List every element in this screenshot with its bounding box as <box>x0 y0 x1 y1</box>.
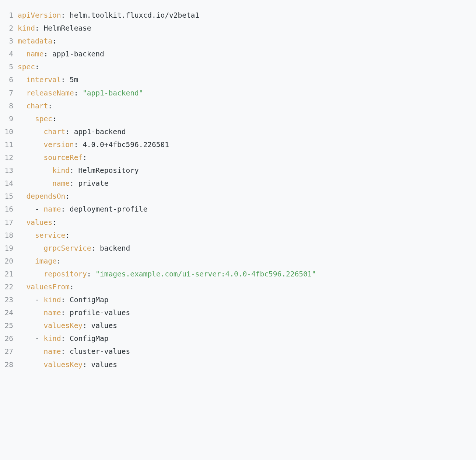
token: name <box>43 347 61 356</box>
token <box>18 76 26 84</box>
token: releaseName <box>26 89 74 97</box>
token <box>18 166 52 175</box>
line-number: 25 <box>0 319 18 332</box>
token <box>18 231 35 240</box>
token: : <box>83 321 87 330</box>
code-line: 6 interval: 5m <box>0 73 476 86</box>
token <box>39 334 44 343</box>
token: kind <box>43 296 61 304</box>
line-content: spec: <box>18 112 57 125</box>
token: valuesKey <box>43 321 83 330</box>
token <box>18 140 43 149</box>
line-number: 7 <box>0 87 18 100</box>
token: ConfigMap <box>65 334 108 343</box>
token: : <box>61 334 65 343</box>
token: values <box>87 321 117 330</box>
code-line: 17 values: <box>0 216 476 229</box>
code-block: 1apiVersion: helm.toolkit.fluxcd.io/v2be… <box>0 9 476 371</box>
code-line: 18 service: <box>0 229 476 242</box>
line-content: chart: app1-backend <box>18 125 126 138</box>
token: : <box>70 166 74 175</box>
line-content: kind: HelmRepository <box>18 164 139 177</box>
token: interval <box>26 76 61 84</box>
code-line: 27 name: cluster-values <box>0 345 476 358</box>
token: apiVersion <box>18 11 61 20</box>
token: : <box>35 24 39 32</box>
line-content: apiVersion: helm.toolkit.fluxcd.io/v2bet… <box>18 9 199 22</box>
token <box>18 309 43 317</box>
token <box>18 257 35 265</box>
line-content: image: <box>18 255 61 268</box>
code-line: 9 spec: <box>0 112 476 125</box>
token: deployment-profile <box>65 205 147 213</box>
token <box>18 218 26 227</box>
token: 4.0.0+4fbc596.226501 <box>78 140 169 149</box>
line-number: 10 <box>0 125 18 138</box>
line-content: version: 4.0.0+4fbc596.226501 <box>18 138 169 151</box>
code-line: 23 - kind: ConfigMap <box>0 293 476 306</box>
line-content: interval: 5m <box>18 73 78 86</box>
token: dependsOn <box>26 192 65 201</box>
token <box>18 115 35 123</box>
token: spec <box>35 115 52 123</box>
token: - <box>35 205 39 213</box>
code-line: 2kind: HelmRelease <box>0 22 476 35</box>
token <box>78 89 83 97</box>
line-content: sourceRef: <box>18 151 87 164</box>
code-line: 13 kind: HelmRepository <box>0 164 476 177</box>
token <box>18 283 26 291</box>
line-number: 15 <box>0 190 18 203</box>
line-number: 11 <box>0 138 18 151</box>
code-line: 1apiVersion: helm.toolkit.fluxcd.io/v2be… <box>0 9 476 22</box>
token: : <box>61 11 65 20</box>
token: : <box>52 115 57 123</box>
token: values <box>26 218 52 227</box>
token: name <box>26 50 43 58</box>
code-line: 10 chart: app1-backend <box>0 125 476 138</box>
token: : <box>87 270 91 278</box>
line-content: name: private <box>18 177 109 190</box>
token: profile-values <box>65 309 130 317</box>
code-line: 3metadata: <box>0 35 476 48</box>
token <box>18 360 43 369</box>
token: service <box>35 231 65 240</box>
token: : <box>43 50 48 58</box>
line-number: 5 <box>0 60 18 73</box>
token: 5m <box>65 76 78 84</box>
token: "app1-backend" <box>83 89 143 97</box>
code-line: 19 grpcService: backend <box>0 242 476 255</box>
code-line: 21 repository: "images.example.com/ui-se… <box>0 268 476 280</box>
token: chart <box>43 128 65 136</box>
line-number: 6 <box>0 73 18 86</box>
line-content: grpcService: backend <box>18 242 130 255</box>
token <box>18 192 26 201</box>
token: : <box>74 89 78 97</box>
token: : <box>52 37 57 45</box>
token: - <box>35 296 39 304</box>
token: : <box>65 231 70 240</box>
token: sourceRef <box>43 153 83 162</box>
line-number: 13 <box>0 164 18 177</box>
token <box>91 270 96 278</box>
token: image <box>35 257 57 265</box>
token: : <box>91 244 96 252</box>
token: : <box>74 140 78 149</box>
line-number: 28 <box>0 358 18 371</box>
line-number: 1 <box>0 9 18 22</box>
code-line: 25 valuesKey: values <box>0 319 476 332</box>
line-content: chart: <box>18 100 52 112</box>
token: : <box>48 102 52 110</box>
token: : <box>57 257 61 265</box>
token: : <box>83 360 87 369</box>
token: name <box>43 205 61 213</box>
token: ConfigMap <box>65 296 108 304</box>
token: : <box>65 128 70 136</box>
line-number: 22 <box>0 280 18 293</box>
token: grpcService <box>43 244 91 252</box>
line-number: 27 <box>0 345 18 358</box>
token: : <box>83 153 87 162</box>
code-line: 7 releaseName: "app1-backend" <box>0 87 476 100</box>
line-number: 26 <box>0 332 18 345</box>
line-content: - kind: ConfigMap <box>18 332 109 345</box>
line-number: 17 <box>0 216 18 229</box>
